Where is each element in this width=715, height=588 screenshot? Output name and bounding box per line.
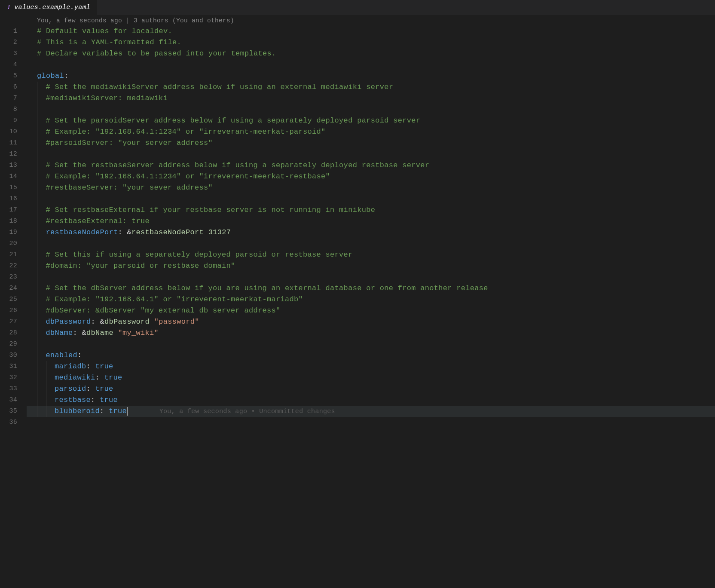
editor-area[interactable]: 1 2 3 4 5 6 7 8 9 10 11 12 13 14 15 16 1… xyxy=(0,15,715,588)
code-line[interactable]: mariadb: true xyxy=(27,361,715,372)
code-line[interactable] xyxy=(27,59,715,70)
text-cursor-icon xyxy=(127,407,128,416)
line-number: 31 xyxy=(0,361,17,372)
code-line[interactable] xyxy=(27,339,715,350)
code-line[interactable] xyxy=(27,238,715,249)
code-line[interactable]: enabled: xyxy=(27,350,715,361)
code-line[interactable]: parsoid: true xyxy=(27,383,715,395)
line-number: 22 xyxy=(0,260,17,272)
line-number: 16 xyxy=(0,193,17,205)
code-line[interactable]: # Example: "192.168.64.1:1234" or "irrev… xyxy=(27,126,715,138)
code-line[interactable]: # This is a YAML-formatted file. xyxy=(27,37,715,48)
code-line[interactable]: # Default values for localdev. xyxy=(27,26,715,37)
line-number: 5 xyxy=(0,70,17,82)
line-number: 7 xyxy=(0,93,17,104)
line-number: 21 xyxy=(0,249,17,260)
code-line[interactable] xyxy=(27,193,715,205)
code-line[interactable]: # Set the dbServer address below if you … xyxy=(27,283,715,294)
line-number: 13 xyxy=(0,160,17,171)
code-line[interactable]: dbPassword: &dbPassword "password" xyxy=(27,316,715,328)
code-line[interactable]: restbaseNodePort: &restbaseNodePort 3132… xyxy=(27,227,715,238)
code-line[interactable] xyxy=(27,272,715,283)
line-number: 11 xyxy=(0,138,17,149)
code-line[interactable]: # Set the parsoidServer address below if… xyxy=(27,115,715,126)
line-number: 29 xyxy=(0,339,17,350)
code-line[interactable]: #parsoidServer: "your server address" xyxy=(27,138,715,149)
code-line[interactable]: #restbaseServer: "your sever address" xyxy=(27,182,715,193)
code-line[interactable]: # Set the restbaseServer address below i… xyxy=(27,160,715,171)
line-number: 20 xyxy=(0,238,17,249)
code-line[interactable]: # Example: "192.168.64.1:1234" or "irrev… xyxy=(27,171,715,182)
line-number: 1 xyxy=(0,26,17,37)
tab-bar: ! values.example.yaml xyxy=(0,0,715,15)
line-number: 6 xyxy=(0,82,17,93)
line-number: 25 xyxy=(0,294,17,305)
line-number: 26 xyxy=(0,305,17,316)
git-codelens[interactable]: You, a few seconds ago | 3 authors (You … xyxy=(27,15,715,26)
line-number: 27 xyxy=(0,316,17,328)
code-line[interactable]: # Example: "192.168.64.1" or "irreverent… xyxy=(27,294,715,305)
line-number: 4 xyxy=(0,59,17,70)
tab-filename: values.example.yaml xyxy=(14,4,90,11)
code-line[interactable]: # Set restbaseExternal if your restbase … xyxy=(27,205,715,216)
line-number: 23 xyxy=(0,272,17,283)
line-number: 3 xyxy=(0,48,17,59)
line-number: 34 xyxy=(0,395,17,406)
line-number: 15 xyxy=(0,182,17,193)
code-line[interactable]: # Declare variables to be passed into yo… xyxy=(27,48,715,59)
code-line-current[interactable]: blubberoid: true You, a few seconds ago … xyxy=(27,406,715,417)
line-number: 24 xyxy=(0,283,17,294)
line-number: 28 xyxy=(0,328,17,339)
line-number: 32 xyxy=(0,372,17,383)
line-number: 19 xyxy=(0,227,17,238)
line-number: 8 xyxy=(0,104,17,115)
line-number: 36 xyxy=(0,417,17,428)
line-number: 17 xyxy=(0,205,17,216)
line-number: 30 xyxy=(0,350,17,361)
git-blame-inline: You, a few seconds ago • Uncommitted cha… xyxy=(159,408,335,415)
line-number: 2 xyxy=(0,37,17,48)
line-number: 35 xyxy=(0,406,17,417)
code-line[interactable] xyxy=(27,417,715,428)
code-line[interactable]: #restbaseExternal: true xyxy=(27,216,715,227)
line-number-gutter: 1 2 3 4 5 6 7 8 9 10 11 12 13 14 15 16 1… xyxy=(0,15,27,588)
line-number: 9 xyxy=(0,115,17,126)
code-line[interactable] xyxy=(27,149,715,160)
line-number: 12 xyxy=(0,149,17,160)
code-content[interactable]: You, a few seconds ago | 3 authors (You … xyxy=(27,15,715,588)
editor-tab[interactable]: ! values.example.yaml xyxy=(0,0,97,15)
code-line[interactable]: #dbServer: &dbServer "my external db ser… xyxy=(27,305,715,316)
code-line[interactable]: dbName: &dbName "my_wiki" xyxy=(27,328,715,339)
code-line[interactable]: mediawiki: true xyxy=(27,372,715,383)
line-number: 33 xyxy=(0,383,17,395)
code-line[interactable]: global: xyxy=(27,70,715,82)
code-line[interactable] xyxy=(27,104,715,115)
line-number: 10 xyxy=(0,126,17,138)
yaml-file-icon: ! xyxy=(7,4,11,11)
code-line[interactable]: #mediawikiServer: mediawiki xyxy=(27,93,715,104)
code-line[interactable]: # Set the mediawikiServer address below … xyxy=(27,82,715,93)
line-number: 18 xyxy=(0,216,17,227)
code-line[interactable]: #domain: "your parsoid or restbase domai… xyxy=(27,260,715,272)
code-line[interactable]: restbase: true xyxy=(27,395,715,406)
line-number: 14 xyxy=(0,171,17,182)
code-line[interactable]: # Set this if using a separately deploye… xyxy=(27,249,715,260)
